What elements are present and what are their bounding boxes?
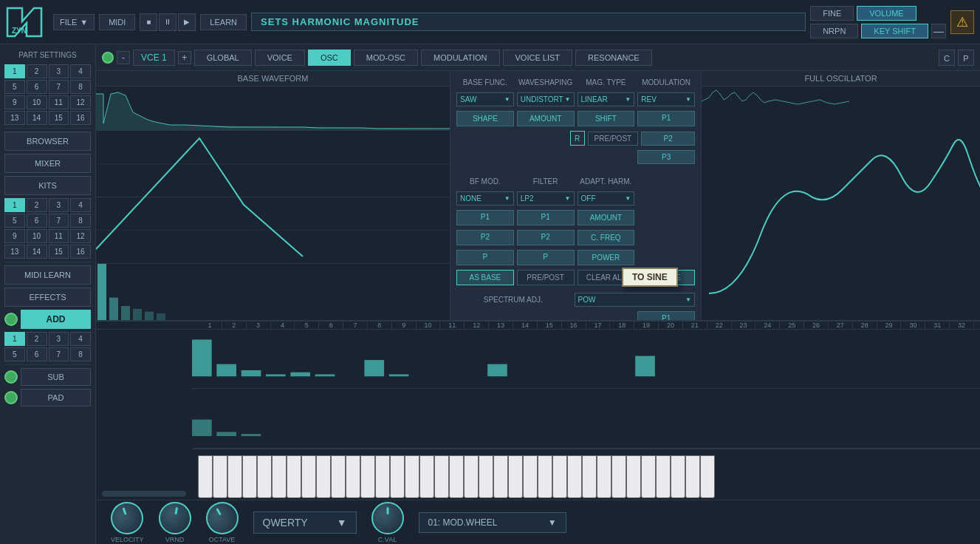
part3-1[interactable]: 1 (4, 332, 25, 346)
part3-8[interactable]: 8 (70, 347, 91, 361)
harmonic-bars-2[interactable] (192, 389, 980, 448)
white-key[interactable] (493, 455, 508, 498)
part2-2[interactable]: 2 (27, 198, 47, 212)
white-key[interactable] (685, 455, 700, 498)
spectrum-select[interactable]: POW ▼ (575, 293, 696, 307)
scrollbar[interactable] (102, 491, 186, 497)
white-key[interactable] (375, 455, 390, 498)
part2-14[interactable]: 14 (27, 245, 47, 259)
tab-voice[interactable]: VOICE (255, 50, 305, 66)
fine-button[interactable]: FINE (810, 6, 854, 21)
part-9[interactable]: 9 (4, 95, 25, 109)
part2-4[interactable]: 4 (70, 198, 91, 212)
learn-button[interactable]: LEARN (200, 14, 247, 30)
mixer-button[interactable]: MIXER (4, 154, 91, 173)
filter-select[interactable]: LP2 ▼ (517, 191, 575, 205)
part-3[interactable]: 3 (49, 64, 69, 78)
c-val-knob-control[interactable] (371, 502, 404, 534)
white-key[interactable] (331, 455, 346, 498)
white-key[interactable] (656, 455, 671, 498)
part2-3[interactable]: 3 (49, 198, 69, 212)
kits-button[interactable]: KITS (4, 176, 91, 195)
vce-power-btn[interactable] (102, 52, 114, 64)
part2-15[interactable]: 15 (49, 245, 69, 259)
white-key[interactable] (272, 455, 287, 498)
r-button[interactable]: R (570, 131, 585, 146)
part-5[interactable]: 5 (4, 80, 25, 94)
as-base-button[interactable]: AS BASE (456, 270, 514, 285)
white-key[interactable] (419, 455, 434, 498)
part2-9[interactable]: 9 (4, 229, 25, 243)
white-key[interactable] (301, 455, 316, 498)
part2-8[interactable]: 8 (70, 214, 91, 228)
bf-mod-select[interactable]: NONE ▼ (456, 191, 514, 205)
bf-p1-button[interactable]: P1 (456, 210, 514, 225)
pause-button[interactable]: ⏸ (159, 13, 177, 31)
part3-7[interactable]: 7 (49, 347, 69, 361)
vrnd-knob-control[interactable] (156, 499, 193, 537)
key-shift-button[interactable]: KEY SHIFT (861, 24, 928, 38)
adapt-harm-select[interactable]: OFF ▼ (578, 191, 635, 205)
nrpn-button[interactable]: NRPN (810, 24, 858, 38)
filt-p2-button[interactable]: P2 (517, 230, 575, 245)
white-key[interactable] (508, 455, 523, 498)
vce-plus-btn[interactable]: + (178, 51, 191, 64)
c-button[interactable]: C (939, 50, 955, 66)
mod-p1-button[interactable]: P1 (637, 111, 695, 126)
white-key[interactable] (464, 455, 479, 498)
white-key[interactable] (611, 455, 626, 498)
amount-button[interactable]: AMOUNT (517, 111, 575, 126)
mod-p3-button[interactable]: P3 (637, 150, 695, 164)
part2-11[interactable]: 11 (49, 229, 69, 243)
pre-post-button[interactable]: PRE/POST (517, 270, 575, 285)
mag-type-select[interactable]: LINEAR ▼ (578, 92, 635, 106)
tab-mod-osc[interactable]: MOD-OSC (354, 50, 418, 66)
part-2[interactable]: 2 (27, 64, 47, 78)
part2-13[interactable]: 13 (4, 245, 25, 259)
to-sine-button[interactable]: TO SINE (637, 270, 695, 285)
spec-p1-button[interactable]: P1 (637, 311, 695, 320)
part-6[interactable]: 6 (27, 80, 47, 94)
modulation-select[interactable]: REV ▼ (637, 92, 695, 106)
stop-button[interactable]: ■ (140, 13, 157, 31)
pad-power-btn[interactable] (4, 391, 18, 404)
part-16[interactable]: 16 (70, 111, 91, 125)
add-button[interactable]: ADD (21, 310, 91, 329)
part3-6[interactable]: 6 (27, 347, 47, 361)
part-14[interactable]: 14 (27, 111, 47, 125)
power-button[interactable]: POWER (578, 250, 635, 265)
tab-osc[interactable]: OSC (308, 50, 351, 66)
white-key[interactable] (538, 455, 552, 498)
part-12[interactable]: 12 (70, 95, 91, 109)
warning-button[interactable]: ⚠ (950, 10, 974, 34)
white-key[interactable] (434, 455, 449, 498)
part-13[interactable]: 13 (4, 111, 25, 125)
midi-learn-button[interactable]: MIDI LEARN (4, 265, 91, 285)
part-10[interactable]: 10 (27, 95, 47, 109)
amount-btn2[interactable]: AMOUNT (578, 210, 635, 225)
white-key[interactable] (287, 455, 301, 498)
white-key[interactable] (671, 455, 685, 498)
piano-keys[interactable] (198, 455, 974, 500)
minus-button[interactable]: — (931, 24, 946, 38)
tab-modulation[interactable]: MODULATION (421, 50, 500, 66)
part2-6[interactable]: 6 (27, 214, 47, 228)
shape-button[interactable]: SHAPE (456, 111, 514, 126)
white-key[interactable] (360, 455, 375, 498)
clear-all-button[interactable]: CLEAR ALL (578, 270, 635, 285)
part2-10[interactable]: 10 (27, 229, 47, 243)
white-key[interactable] (316, 455, 331, 498)
waveshaping-select[interactable]: UNDISTORT ▼ (517, 92, 575, 106)
harmonic-bars-1[interactable] (192, 330, 980, 389)
part3-3[interactable]: 3 (49, 332, 69, 346)
play-button[interactable]: ▶ (178, 13, 196, 31)
tab-resonance[interactable]: RESONANCE (575, 50, 652, 66)
mod-p2-button[interactable]: P2 (641, 132, 695, 146)
sub-power-btn[interactable] (4, 370, 18, 384)
file-menu[interactable]: FILE ▼ (53, 14, 95, 30)
sub-button[interactable]: SUB (21, 368, 91, 386)
white-key[interactable] (198, 455, 213, 498)
p-button[interactable]: P (958, 50, 974, 66)
vce-minus-btn[interactable]: - (117, 51, 130, 64)
white-key[interactable] (213, 455, 227, 498)
